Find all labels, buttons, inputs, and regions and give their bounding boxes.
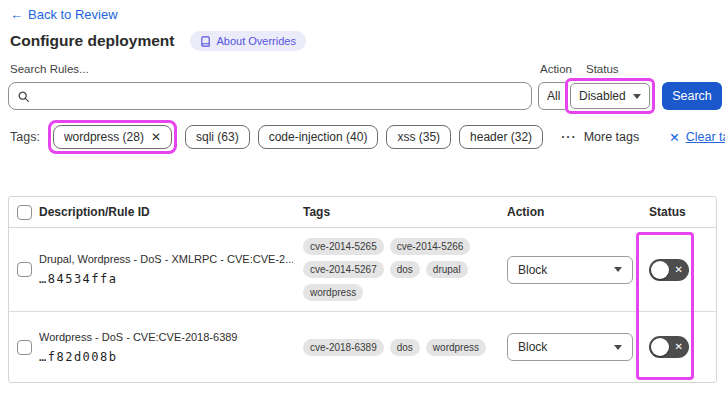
rule-description: Wordpress - DoS - CVE:CVE-2018-6389 xyxy=(39,331,293,343)
ellipsis-icon: ··· xyxy=(561,130,577,144)
tags-bar: Tags: wordpress (28) ✕ sqli (63)code-inj… xyxy=(10,118,725,156)
rule-description-cell: Wordpress - DoS - CVE:CVE-2018-6389…f82d… xyxy=(37,331,303,364)
status-dropdown[interactable]: Disabled xyxy=(570,83,650,109)
rule-tag: cve-2014-5267 xyxy=(303,261,384,278)
rule-description-cell: Drupal, Wordpress - DoS - XMLRPC - CVE:C… xyxy=(37,253,303,286)
search-rules-input-box[interactable] xyxy=(8,82,532,110)
clear-tags-label: Clear tags xyxy=(686,130,725,144)
clear-x-icon: ✕ xyxy=(669,130,679,145)
chevron-down-icon xyxy=(633,94,641,99)
rule-status-cell: ✕ xyxy=(639,336,716,358)
search-rules-label: Search Rules... xyxy=(10,63,89,75)
row-checkbox[interactable] xyxy=(17,262,32,277)
rule-tag: cve-2014-5265 xyxy=(303,238,384,255)
tag-chip-label: xss (35) xyxy=(397,130,440,144)
tag-chip[interactable]: xss (35) xyxy=(386,125,451,149)
rule-tag: cve-2014-5266 xyxy=(390,238,471,255)
tag-chip-label: header (32) xyxy=(470,130,532,144)
table-row: Drupal, Wordpress - DoS - XMLRPC - CVE:C… xyxy=(9,228,716,312)
rules-table: Description/Rule ID Tags Action Status D… xyxy=(8,196,717,383)
tag-chip-wordpress[interactable]: wordpress (28) ✕ xyxy=(53,125,172,149)
status-toggle[interactable]: ✕ xyxy=(649,336,689,358)
rule-id: …f82d008b xyxy=(39,350,293,364)
book-icon xyxy=(200,36,211,47)
rule-tags-cell: cve-2018-6389doswordpress xyxy=(303,339,499,356)
toggle-knob xyxy=(651,261,669,279)
about-overrides-badge[interactable]: About Overrides xyxy=(190,31,305,51)
about-overrides-label: About Overrides xyxy=(216,35,295,47)
more-tags-button[interactable]: ··· More tags xyxy=(561,130,639,144)
action-select[interactable]: Block xyxy=(507,256,633,284)
rule-tag: drupal xyxy=(426,261,468,278)
rule-tag: dos xyxy=(390,261,420,278)
toggle-knob xyxy=(651,338,669,356)
back-arrow-icon: ← xyxy=(10,7,23,22)
rule-tag: cve-2018-6389 xyxy=(303,339,384,356)
tag-chip-list: sqli (63)code-injection (40)xss (35)head… xyxy=(185,125,543,149)
table-body: Drupal, Wordpress - DoS - XMLRPC - CVE:C… xyxy=(9,228,716,382)
rule-tag: wordpress xyxy=(303,284,363,301)
search-icon xyxy=(17,90,30,103)
chevron-down-icon xyxy=(614,345,622,350)
row-checkbox-cell xyxy=(9,340,37,355)
col-header-tags: Tags xyxy=(303,205,499,219)
col-header-description: Description/Rule ID xyxy=(37,205,303,219)
action-select-value: Block xyxy=(518,340,547,354)
more-tags-label: More tags xyxy=(584,130,640,144)
select-all-checkbox[interactable] xyxy=(17,205,32,220)
tag-chip-label: code-injection (40) xyxy=(269,130,368,144)
tag-chip-label: sqli (63) xyxy=(196,130,239,144)
rule-id: …84534ffa xyxy=(39,272,293,286)
rule-status-cell: ✕ xyxy=(639,259,716,281)
status-label: Status xyxy=(586,63,619,75)
rule-tag-list: cve-2014-5265cve-2014-5266cve-2014-5267d… xyxy=(303,238,491,301)
col-header-status: Status xyxy=(639,205,716,219)
back-link-label: Back to Review xyxy=(28,7,118,22)
row-checkbox-cell xyxy=(9,262,37,277)
tags-label: Tags: xyxy=(10,130,40,144)
rule-tags-cell: cve-2014-5265cve-2014-5266cve-2014-5267d… xyxy=(303,238,499,301)
action-select-value: Block xyxy=(518,263,547,277)
page-header: Configure deployment About Overrides xyxy=(10,31,306,51)
rule-tag: wordpress xyxy=(426,339,486,356)
tag-chip[interactable]: code-injection (40) xyxy=(258,125,379,149)
tag-chip[interactable]: header (32) xyxy=(459,125,543,149)
rule-tag-list: cve-2018-6389doswordpress xyxy=(303,339,491,356)
back-to-review-link[interactable]: ← Back to Review xyxy=(10,7,118,22)
tag-chip-label: wordpress (28) xyxy=(64,130,144,144)
tag-chip[interactable]: sqli (63) xyxy=(185,125,250,149)
action-select[interactable]: Block xyxy=(507,333,633,361)
table-row: Wordpress - DoS - CVE:CVE-2018-6389…f82d… xyxy=(9,312,716,382)
status-toggle[interactable]: ✕ xyxy=(649,259,689,281)
search-rules-input[interactable] xyxy=(36,89,523,104)
search-button[interactable]: Search xyxy=(662,82,722,110)
status-dropdown-value: Disabled xyxy=(579,89,626,103)
chevron-down-icon xyxy=(614,267,622,272)
table-header-row: Description/Rule ID Tags Action Status xyxy=(9,197,716,228)
col-header-action: Action xyxy=(499,205,639,219)
clear-tags-button[interactable]: ✕ Clear tags xyxy=(669,130,725,145)
highlight-status-dropdown: Disabled xyxy=(565,78,655,114)
row-checkbox[interactable] xyxy=(17,340,32,355)
rule-action-cell: Block xyxy=(499,333,639,361)
remove-tag-icon[interactable]: ✕ xyxy=(151,130,161,144)
rule-tag: dos xyxy=(390,339,420,356)
action-label: Action xyxy=(540,63,572,75)
page-title: Configure deployment xyxy=(10,32,174,50)
rule-description: Drupal, Wordpress - DoS - XMLRPC - CVE:C… xyxy=(39,253,293,265)
x-icon: ✕ xyxy=(675,265,683,275)
highlight-selected-tag: wordpress (28) ✕ xyxy=(48,120,177,154)
x-icon: ✕ xyxy=(675,342,683,352)
rule-action-cell: Block xyxy=(499,256,639,284)
action-dropdown-value: All xyxy=(547,89,560,103)
